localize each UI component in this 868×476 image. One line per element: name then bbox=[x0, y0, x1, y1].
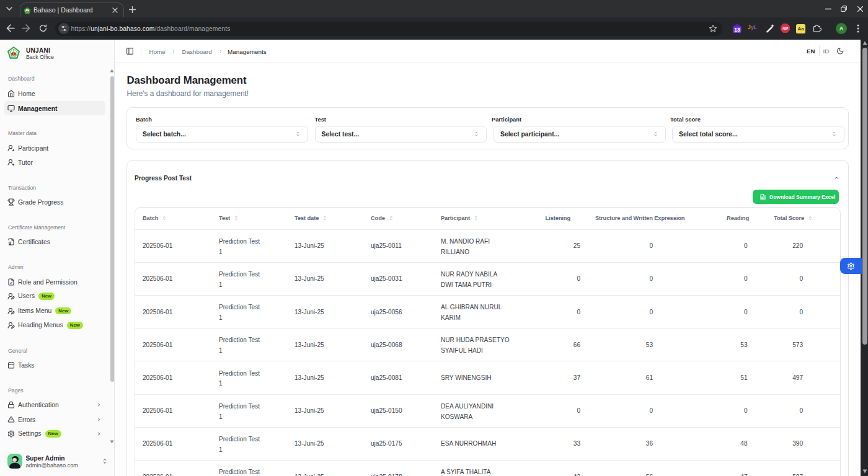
svg-text:13: 13 bbox=[734, 27, 740, 33]
svg-text:ABP: ABP bbox=[782, 27, 789, 30]
